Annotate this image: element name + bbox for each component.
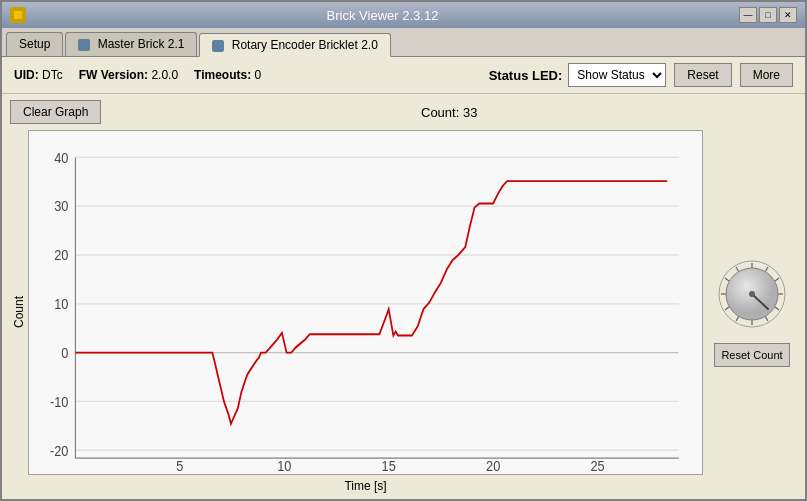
- svg-text:30: 30: [54, 199, 69, 215]
- chart-svg-container: 40 30 20 10 0 -10 -20 5 10 15: [28, 130, 703, 475]
- svg-text:20: 20: [54, 248, 69, 264]
- tab-master-icon: [78, 39, 90, 51]
- svg-text:10: 10: [54, 296, 69, 312]
- chart-wrapper: Count: [10, 130, 703, 493]
- main-window: Brick Viewer 2.3.12 — □ ✕ Setup Master B…: [0, 0, 807, 501]
- right-panel: Reset Count: [707, 130, 797, 493]
- tab-bar: Setup Master Brick 2.1 Rotary Encoder Br…: [2, 28, 805, 57]
- svg-line-32: [725, 307, 729, 310]
- info-bar: UID: DTc FW Version: 2.0.0 Timeouts: 0 S…: [2, 57, 805, 94]
- svg-text:15: 15: [382, 459, 397, 474]
- tab-master[interactable]: Master Brick 2.1: [65, 32, 197, 56]
- window-title: Brick Viewer 2.3.12: [26, 8, 739, 23]
- x-axis-label: Time [s]: [28, 475, 703, 493]
- svg-text:-10: -10: [50, 394, 69, 410]
- y-axis-label: Count: [10, 130, 28, 493]
- clear-graph-button[interactable]: Clear Graph: [10, 100, 101, 124]
- timeouts-label: Timeouts:: [194, 68, 251, 82]
- rotary-knob: [715, 257, 789, 331]
- svg-text:10: 10: [277, 459, 292, 474]
- minimize-button[interactable]: —: [739, 7, 757, 23]
- timeouts-group: Timeouts: 0: [194, 68, 261, 82]
- title-bar: Brick Viewer 2.3.12 — □ ✕: [2, 2, 805, 28]
- fw-value: 2.0.0: [151, 68, 178, 82]
- maximize-button[interactable]: □: [759, 7, 777, 23]
- svg-line-34: [725, 278, 729, 281]
- svg-text:40: 40: [54, 150, 69, 166]
- tab-rotary[interactable]: Rotary Encoder Bricklet 2.0: [199, 33, 390, 57]
- tab-setup-label: Setup: [19, 37, 50, 51]
- window-controls: — □ ✕: [739, 7, 797, 23]
- status-led-select[interactable]: Show Status Off On Heartbeat: [568, 63, 666, 87]
- svg-rect-1: [14, 11, 22, 19]
- reset-count-button[interactable]: Reset Count: [714, 343, 789, 367]
- chart-svg: 40 30 20 10 0 -10 -20 5 10 15: [29, 131, 702, 474]
- close-button[interactable]: ✕: [779, 7, 797, 23]
- content-area: Clear Graph Count: 33 Count: [2, 94, 805, 499]
- chart-area: Count: [10, 130, 703, 493]
- svg-text:-20: -20: [50, 443, 69, 459]
- timeouts-value: 0: [255, 68, 262, 82]
- chart-container: Count: [10, 130, 797, 493]
- reset-button[interactable]: Reset: [674, 63, 731, 87]
- fw-group: FW Version: 2.0.0: [79, 68, 178, 82]
- svg-line-26: [775, 278, 779, 281]
- svg-text:20: 20: [486, 459, 501, 474]
- status-led-label: Status LED:: [489, 68, 563, 83]
- uid-value: DTc: [42, 68, 63, 82]
- svg-point-38: [749, 291, 755, 297]
- knob-container: [715, 257, 789, 331]
- more-button[interactable]: More: [740, 63, 793, 87]
- count-display: Count: 33: [101, 105, 797, 120]
- svg-text:25: 25: [590, 459, 605, 474]
- uid-group: UID: DTc: [14, 68, 63, 82]
- tab-rotary-icon: [212, 40, 224, 52]
- fw-label: FW Version:: [79, 68, 148, 82]
- status-led-group: Status LED: Show Status Off On Heartbeat: [489, 63, 667, 87]
- tab-rotary-label: Rotary Encoder Bricklet 2.0: [232, 38, 378, 52]
- svg-text:5: 5: [176, 459, 183, 474]
- chart-inner: 40 30 20 10 0 -10 -20 5 10 15: [28, 130, 703, 493]
- app-icon: [10, 7, 26, 23]
- uid-label: UID:: [14, 68, 39, 82]
- tab-master-label: Master Brick 2.1: [98, 37, 185, 51]
- toolbar: Clear Graph Count: 33: [10, 100, 797, 124]
- tab-setup[interactable]: Setup: [6, 32, 63, 56]
- svg-text:0: 0: [61, 345, 68, 361]
- svg-line-28: [775, 307, 779, 310]
